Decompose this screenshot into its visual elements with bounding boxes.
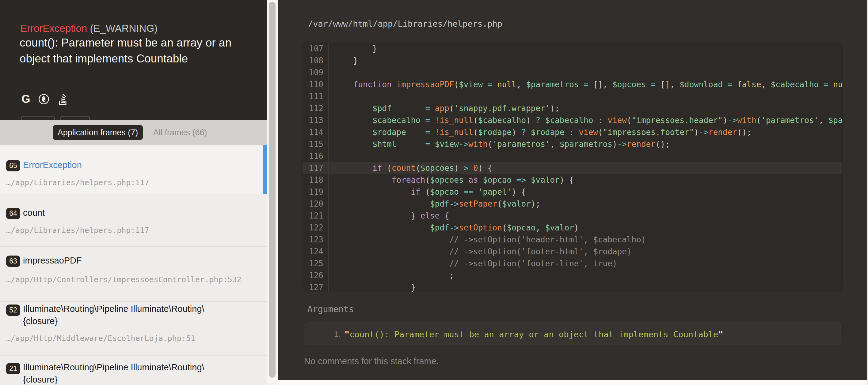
line-number: 119 [303, 186, 329, 198]
frame-number-badge: 63 [6, 255, 20, 267]
exception-title: ErrorException (E_WARNING) [20, 23, 158, 34]
left-panel: ErrorException (E_WARNING) count(): Para… [0, 0, 267, 385]
stack-frame-21[interactable]: 21 Illuminate\Routing\Pipeline Illuminat… [0, 356, 267, 385]
frame-number-badge: 64 [6, 208, 20, 219]
line-number: 121 [303, 210, 329, 222]
line-number: 120 [303, 198, 329, 210]
hidden-button-1[interactable] [21, 116, 55, 120]
code-line-115: 115 $html = $view->with('parametros', $p… [303, 138, 842, 150]
frame-title: ErrorException [23, 159, 262, 171]
hidden-button-2[interactable] [60, 116, 90, 120]
code-line-109: 109 [303, 67, 842, 79]
code-line-124: 124 // ->setOption('footer-html', $rodap… [303, 246, 842, 258]
frame-number-badge: 52 [6, 305, 20, 316]
code-source: if ($opcao == 'papel') { [329, 186, 526, 198]
exception-severity: (E_WARNING) [90, 23, 158, 34]
scrollbar-thumb[interactable] [269, 2, 276, 378]
code-line-111: 111 [303, 91, 842, 103]
page-scrollbar[interactable] [267, 0, 278, 385]
line-number: 125 [303, 258, 329, 270]
argument-index: 1. [304, 330, 340, 339]
frame-number-badge: 65 [6, 160, 20, 171]
line-number: 118 [303, 174, 329, 186]
whoops-error-page: ErrorException (E_WARNING) count(): Para… [0, 0, 868, 385]
code-line-110: 110 function impressaoPDF($view = null, … [303, 79, 842, 91]
code-source: function impressaoPDF($view = null, $par… [329, 79, 842, 91]
open-file-path: /var/www/html/app/Libraries/helpers.php [308, 19, 502, 29]
code-line-126: 126 ; [303, 270, 842, 282]
code-line-118: 118 foreach($opcoes as $opcao => $valor)… [303, 174, 842, 186]
line-number: 114 [303, 127, 329, 138]
code-source: if (count($opcoes) > 0) { [329, 162, 493, 174]
line-number: 113 [303, 114, 329, 127]
line-number: 122 [303, 222, 329, 234]
arguments-heading: Arguments [307, 304, 354, 314]
frame-title: count [23, 207, 262, 219]
line-number: 117 [303, 162, 329, 174]
line-number: 112 [303, 103, 329, 114]
stack-frame-63[interactable]: 63 impressaoPDF …/app/Http/Controllers/I… [0, 247, 267, 302]
line-number: 109 [303, 67, 329, 79]
code-source: $html = $view->with('parametros', $param… [329, 138, 670, 150]
google-search-icon[interactable]: G [22, 94, 30, 105]
line-number: 127 [303, 282, 329, 292]
arguments-box: 1. "count(): Parameter must be an array … [304, 322, 842, 346]
code-line-125: 125 // ->setOption('footer-line', true) [303, 258, 842, 270]
line-number: 123 [303, 234, 329, 246]
code-source: $cabecalho = !is_null($cabecalho) ? $cab… [329, 114, 842, 127]
frame-title: impressaoPDF [23, 254, 262, 267]
line-number: 110 [303, 79, 329, 91]
code-source: $pdf->setPaper($valor); [329, 198, 540, 210]
code-view[interactable]: 107 }108 }109110 function impressaoPDF($… [303, 43, 842, 292]
stack-frame-52[interactable]: 52 Illuminate\Routing\Pipeline Illuminat… [0, 302, 267, 356]
code-line-123: 123 // ->setOption('header-html', $cabec… [303, 234, 842, 246]
frame-title: Illuminate\Routing\Pipeline Illuminate\R… [23, 361, 262, 385]
code-source: // ->setOption('header-html', $cabecalho… [329, 234, 646, 246]
line-number: 107 [303, 43, 329, 55]
frames-tab-bar: Application frames (7) All frames (66) [0, 120, 267, 145]
code-line-121: 121 } else { [303, 210, 842, 222]
stack-frame-64[interactable]: 64 count …/app/Libraries/helpers.php:117 [0, 194, 267, 247]
code-line-107: 107 } [303, 43, 842, 55]
code-source: // ->setOption('footer-html', $rodape) [329, 246, 632, 258]
argument-value: "count(): Parameter must be an array or … [344, 329, 723, 339]
stack-frame-65[interactable]: 65 ErrorException …/app/Libraries/helper… [0, 145, 267, 194]
code-source: // ->setOption('footer-line', true) [329, 258, 617, 270]
stackoverflow-search-icon[interactable] [57, 93, 68, 105]
exception-message: count(): Parameter must be an array or a… [20, 35, 234, 67]
code-line-114: 114 $rodape = !is_null($rodape) ? $rodap… [303, 127, 842, 138]
code-source [329, 150, 334, 162]
code-source [329, 67, 334, 79]
frame-number-badge: 21 [6, 363, 20, 374]
header-buttons-row [21, 116, 90, 120]
code-line-112: 112 $pdf = app('snappy.pdf.wrapper'); [303, 103, 842, 114]
duckduckgo-search-icon[interactable] [38, 94, 49, 105]
frame-file-path: …/app/Libraries/helpers.php:117 [6, 178, 149, 187]
code-line-122: 122 $pdf->setOption($opcao, $valor) [303, 222, 842, 234]
line-number: 115 [303, 138, 329, 150]
exception-header: ErrorException (E_WARNING) count(): Para… [0, 0, 267, 120]
code-source: $rodape = !is_null($rodape) ? $rodape : … [329, 127, 751, 138]
code-line-116: 116 [303, 150, 842, 162]
tab-all-frames[interactable]: All frames (66) [153, 120, 207, 145]
window-right-edge [867, 0, 868, 385]
code-line-117: 117 if (count($opcoes) > 0) { [303, 162, 842, 174]
code-line-113: 113 $cabecalho = !is_null($cabecalho) ? … [303, 114, 842, 127]
code-source: } [329, 43, 377, 55]
page-bottom-strip [278, 380, 868, 385]
line-number: 116 [303, 150, 329, 162]
code-line-108: 108 } [303, 55, 842, 67]
line-number: 108 [303, 55, 329, 67]
frame-file-path: …/app/Http/Middleware/EscolherLoja.php:5… [6, 334, 195, 343]
code-line-127: 127 } [303, 282, 842, 292]
frame-file-path: …/app/Libraries/helpers.php:117 [6, 226, 149, 235]
no-comments-message: No comments for this stack frame. [304, 356, 439, 366]
code-source: } [329, 55, 358, 67]
line-number: 124 [303, 246, 329, 258]
stack-frames-list: 65 ErrorException …/app/Libraries/helper… [0, 145, 267, 385]
frame-title: Illuminate\Routing\Pipeline Illuminate\R… [23, 303, 262, 327]
frame-file-path: …/app/Http/Controllers/ImpressoesControl… [6, 275, 242, 284]
tab-application-frames[interactable]: Application frames (7) [53, 125, 143, 140]
code-source: foreach($opcoes as $opcao => $valor) { [329, 174, 574, 186]
code-source: $pdf = app('snappy.pdf.wrapper'); [329, 103, 560, 114]
